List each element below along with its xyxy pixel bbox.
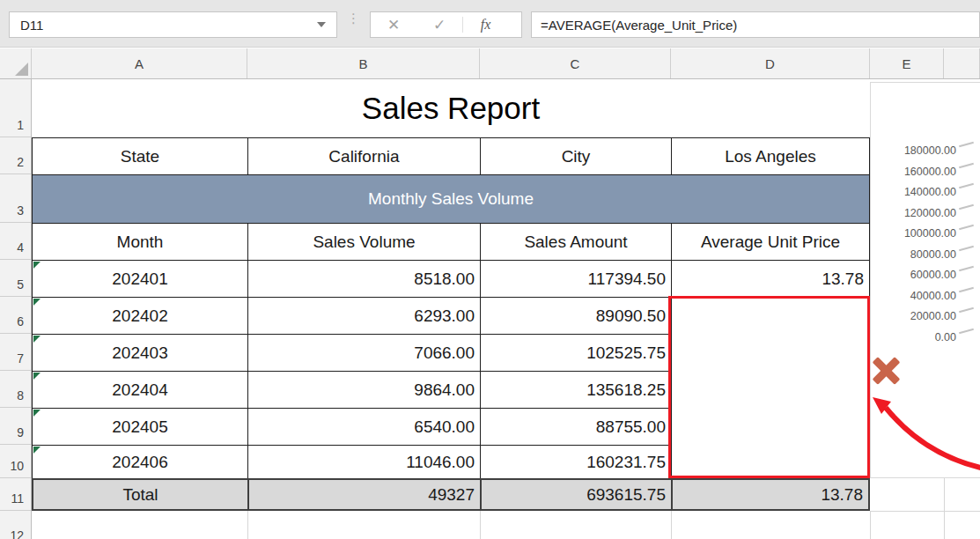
row-header-7[interactable]: 7 <box>0 334 31 371</box>
spreadsheet-app: D11 ⋮ ✕ ✓ fx =AVERAGE(Average_Unit_Price… <box>0 0 980 539</box>
total-cell-3[interactable]: 13.78 <box>671 478 870 511</box>
data-row-202401: 2024018518.00117394.5013.78 <box>32 260 870 297</box>
data-cell-2[interactable]: 102525.75 <box>480 334 671 371</box>
missing-values-highlight-box <box>668 296 870 478</box>
data-cell-3[interactable]: 13.78 <box>671 260 870 297</box>
row-header-10[interactable]: 10 <box>0 445 31 478</box>
data-cell-2[interactable]: 89090.50 <box>480 297 671 334</box>
data-cell-2[interactable]: 117394.50 <box>480 260 671 297</box>
y-axis-label: 180000.00 <box>877 140 956 161</box>
data-cell-0[interactable]: 202406 <box>32 445 247 478</box>
total-row: Total49327693615.7513.78 <box>32 478 870 511</box>
error-indicator-icon <box>33 299 41 306</box>
row-header-6[interactable]: 6 <box>0 297 31 334</box>
error-indicator-icon <box>33 373 41 380</box>
separator-dots-icon: ⋮ <box>347 15 357 36</box>
gridline-tick <box>959 162 974 167</box>
data-cell-0[interactable]: 202405 <box>32 408 247 445</box>
gridline-tick <box>959 142 974 147</box>
chevron-down-icon[interactable] <box>317 22 326 27</box>
name-box[interactable]: D11 <box>9 11 337 38</box>
y-axis-label: 0.00 <box>877 327 956 348</box>
data-cell-1[interactable]: 8518.00 <box>247 260 480 297</box>
column-header-C[interactable]: C <box>480 48 671 78</box>
data-cell-1[interactable]: 9864.00 <box>247 371 480 408</box>
insert-function-icon[interactable]: fx <box>462 17 508 33</box>
data-cell-0[interactable]: 202401 <box>32 260 247 297</box>
data-cell-1[interactable]: 11046.00 <box>247 445 480 478</box>
select-all-icon <box>15 63 28 76</box>
y-axis-label: 160000.00 <box>877 161 956 182</box>
data-cell-1[interactable]: 6540.00 <box>247 408 480 445</box>
header-cell-2[interactable]: Sales Amount <box>480 223 671 260</box>
column-header-A[interactable]: A <box>32 48 247 78</box>
y-axis-label: 120000.00 <box>877 203 956 224</box>
gridline-tick <box>959 328 974 333</box>
total-cell-2[interactable]: 693615.75 <box>480 478 671 511</box>
info-cell-2[interactable]: City <box>480 137 671 174</box>
error-cross-icon <box>871 356 901 386</box>
row-header-4[interactable]: 4 <box>0 223 31 260</box>
column-header-D[interactable]: D <box>671 48 870 78</box>
row-header-3[interactable]: 3 <box>0 174 31 223</box>
row-headers: 123456789101112 <box>0 79 32 539</box>
data-cell-0[interactable]: 202404 <box>32 371 247 408</box>
header-cell-3[interactable]: Average Unit Price <box>671 223 870 260</box>
header-cell-1[interactable]: Sales Volume <box>247 223 480 260</box>
gridline-tick <box>959 245 974 250</box>
header-cell-0[interactable]: Month <box>32 223 247 260</box>
gridline <box>870 511 871 539</box>
error-indicator-icon <box>33 336 41 343</box>
info-cell-1[interactable]: California <box>247 137 480 174</box>
total-cell-0[interactable]: Total <box>32 478 247 511</box>
gridline <box>671 511 672 539</box>
row-header-5[interactable]: 5 <box>0 260 31 297</box>
gridline-tick <box>959 225 974 230</box>
data-cell-1[interactable]: 6293.00 <box>247 297 480 334</box>
gridline <box>247 511 248 539</box>
embedded-chart[interactable]: 180000.00160000.00140000.00120000.001000… <box>870 82 980 478</box>
row-header-8[interactable]: 8 <box>0 371 31 408</box>
data-cell-0[interactable]: 202402 <box>32 297 247 334</box>
formula-buttons: ✕ ✓ fx <box>370 11 522 38</box>
data-cell-2[interactable]: 88755.00 <box>480 408 671 445</box>
formula-toolbar: D11 ⋮ ✕ ✓ fx =AVERAGE(Average_Unit_Price… <box>0 0 980 48</box>
row-header-12[interactable]: 12 <box>0 511 31 539</box>
cancel-icon[interactable]: ✕ <box>371 16 416 34</box>
column-headers: ABCDE <box>0 48 980 79</box>
sheet-title-cell[interactable]: Sales Report <box>32 79 870 137</box>
total-cell-1[interactable]: 49327 <box>247 478 480 511</box>
gridline <box>944 478 945 539</box>
error-indicator-icon <box>33 262 41 269</box>
y-axis-label: 80000.00 <box>877 244 956 265</box>
y-axis-label: 60000.00 <box>877 264 956 285</box>
info-cell-3[interactable]: Los Angeles <box>671 137 870 174</box>
banner-row: Monthly Sales Volume <box>32 174 870 223</box>
column-header-E[interactable]: E <box>870 48 944 78</box>
select-all-button[interactable] <box>0 48 32 78</box>
formula-text: =AVERAGE(Average_Unit_Price) <box>532 18 737 33</box>
gridline-tick <box>959 266 974 271</box>
cell-reference: D11 <box>10 18 317 33</box>
formula-input[interactable]: =AVERAGE(Average_Unit_Price) <box>531 11 980 38</box>
row-header-2[interactable]: 2 <box>0 137 31 174</box>
banner-cell-0[interactable]: Monthly Sales Volume <box>32 174 870 223</box>
y-axis-label: 140000.00 <box>877 181 956 203</box>
row-header-11[interactable]: 11 <box>0 478 31 511</box>
column-header-partial[interactable] <box>944 48 980 78</box>
data-cell-2[interactable]: 135618.25 <box>480 371 671 408</box>
error-indicator-icon <box>33 410 41 417</box>
column-header-B[interactable]: B <box>247 48 480 78</box>
info-cell-0[interactable]: State <box>32 137 247 174</box>
data-cell-1[interactable]: 7066.00 <box>247 334 480 371</box>
gridline <box>480 511 481 539</box>
gridline-tick <box>959 203 974 209</box>
row-header-9[interactable]: 9 <box>0 408 31 445</box>
data-cell-2[interactable]: 160231.75 <box>480 445 671 478</box>
data-cell-0[interactable]: 202403 <box>32 334 247 371</box>
info-row: StateCaliforniaCityLos Angeles <box>32 137 870 174</box>
gridline-tick <box>959 286 974 292</box>
y-axis-label: 100000.00 <box>877 223 956 244</box>
row-header-1[interactable]: 1 <box>0 79 31 137</box>
enter-icon[interactable]: ✓ <box>416 16 462 34</box>
